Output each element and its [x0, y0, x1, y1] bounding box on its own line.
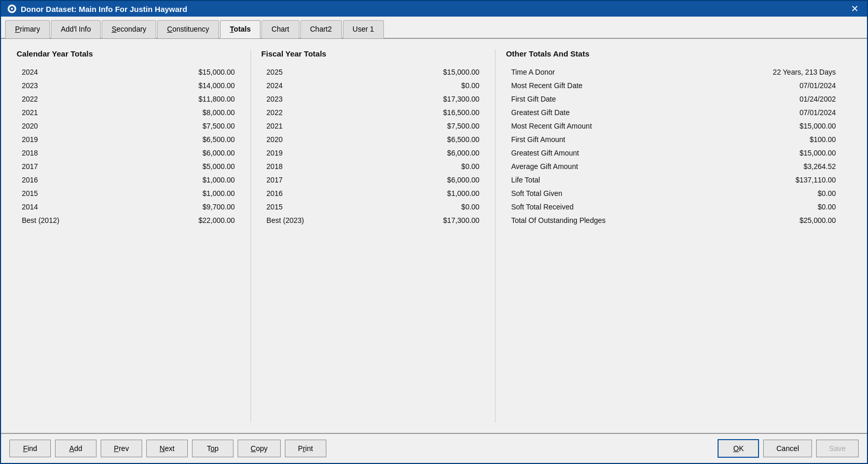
tab-bar: Primary Add'l Info Secondary Constituenc… — [1, 17, 867, 39]
cancel-button[interactable]: Cancel — [763, 440, 812, 457]
fiscal-year-title: Fiscal Year Totals — [261, 49, 485, 58]
main-content: Calendar Year Totals 2024$15,000.002023$… — [1, 39, 867, 433]
tab-addl-info[interactable]: Add'l Info — [51, 20, 101, 38]
list-item: 2022$16,500.00 — [261, 106, 485, 119]
list-item: 2021$7,500.00 — [261, 119, 485, 133]
fiscal-year-rows: 2025$15,000.002024$0.002023$17,300.00202… — [261, 65, 485, 227]
list-item: 2016$1,000.00 — [17, 173, 240, 187]
list-item: Total Of Outstanding Pledges$25,000.00 — [506, 214, 841, 227]
prev-button[interactable]: Prev — [101, 440, 142, 457]
svg-point-2 — [11, 8, 13, 10]
list-item: 2021$8,000.00 — [17, 106, 240, 119]
list-item: First Gift Date01/24/2002 — [506, 92, 841, 106]
list-item: 2018$0.00 — [261, 160, 485, 173]
list-item: Soft Total Given$0.00 — [506, 187, 841, 200]
find-button[interactable]: Find — [9, 440, 51, 457]
list-item: 2018$6,000.00 — [17, 146, 240, 160]
tab-user1[interactable]: User 1 — [343, 20, 384, 38]
list-item: 2017$6,000.00 — [261, 173, 485, 187]
close-button[interactable]: ✕ — [849, 4, 861, 13]
list-item: 2024$0.00 — [261, 79, 485, 92]
list-item: 2023$14,000.00 — [17, 79, 240, 92]
add-button[interactable]: Add — [55, 440, 97, 457]
app-icon — [7, 4, 17, 13]
ok-button[interactable]: OK — [718, 439, 759, 458]
list-item: 2015$1,000.00 — [17, 187, 240, 200]
tab-totals[interactable]: Totals — [220, 20, 260, 38]
list-item: Soft Total Received$0.00 — [506, 200, 841, 214]
list-item: 2024$15,000.00 — [17, 65, 240, 79]
list-item: 2022$11,800.00 — [17, 92, 240, 106]
list-item: 2014$9,700.00 — [17, 200, 240, 214]
print-button[interactable]: Print — [285, 440, 326, 457]
list-item: 2019$6,000.00 — [261, 146, 485, 160]
calendar-year-rows: 2024$15,000.002023$14,000.002022$11,800.… — [17, 65, 240, 227]
list-item: 2017$5,000.00 — [17, 160, 240, 173]
other-totals-title: Other Totals And Stats — [506, 49, 841, 58]
tab-primary[interactable]: Primary — [5, 20, 50, 38]
list-item: Best (2012)$22,000.00 — [17, 214, 240, 227]
list-item: 2020$7,500.00 — [17, 119, 240, 133]
title-bar-left: Donor Dataset: Main Info For Justin Hayw… — [7, 4, 187, 13]
list-item: Greatest Gift Date07/01/2024 — [506, 106, 841, 119]
list-item: 2015$0.00 — [261, 200, 485, 214]
main-window: Donor Dataset: Main Info For Justin Hayw… — [0, 0, 868, 464]
list-item: Most Recent Gift Amount$15,000.00 — [506, 119, 841, 133]
list-item: 2019$6,500.00 — [17, 133, 240, 146]
list-item: 2020$6,500.00 — [261, 133, 485, 146]
calendar-year-title: Calendar Year Totals — [17, 49, 240, 58]
title-bar: Donor Dataset: Main Info For Justin Hayw… — [1, 1, 867, 17]
fiscal-year-column: Fiscal Year Totals 2025$15,000.002024$0.… — [261, 49, 496, 423]
list-item: 2023$17,300.00 — [261, 92, 485, 106]
top-button[interactable]: Top — [192, 440, 233, 457]
list-item: Best (2023)$17,300.00 — [261, 214, 485, 227]
other-totals-column: Other Totals And Stats Time A Donor22 Ye… — [506, 49, 851, 423]
list-item: First Gift Amount$100.00 — [506, 133, 841, 146]
next-button[interactable]: Next — [146, 440, 188, 457]
list-item: Greatest Gift Amount$15,000.00 — [506, 146, 841, 160]
list-item: 2016$1,000.00 — [261, 187, 485, 200]
tab-constituency[interactable]: Constituency — [157, 20, 219, 38]
window-title: Donor Dataset: Main Info For Justin Hayw… — [21, 5, 187, 13]
list-item: 2025$15,000.00 — [261, 65, 485, 79]
tab-chart2[interactable]: Chart2 — [300, 20, 342, 38]
tab-secondary[interactable]: Secondary — [102, 20, 156, 38]
list-item: Life Total$137,110.00 — [506, 173, 841, 187]
list-item: Average Gift Amount$3,264.52 — [506, 160, 841, 173]
list-item: Time A Donor22 Years, 213 Days — [506, 65, 841, 79]
copy-button[interactable]: Copy — [238, 440, 281, 457]
tab-chart[interactable]: Chart — [261, 20, 299, 38]
list-item: Most Recent Gift Date07/01/2024 — [506, 79, 841, 92]
footer: Find Add Prev Next Top Copy Print OK Can… — [1, 433, 867, 463]
save-button[interactable]: Save — [816, 440, 859, 457]
columns-container: Calendar Year Totals 2024$15,000.002023$… — [17, 49, 851, 423]
calendar-year-column: Calendar Year Totals 2024$15,000.002023$… — [17, 49, 251, 423]
other-totals-rows: Time A Donor22 Years, 213 DaysMost Recen… — [506, 65, 841, 227]
